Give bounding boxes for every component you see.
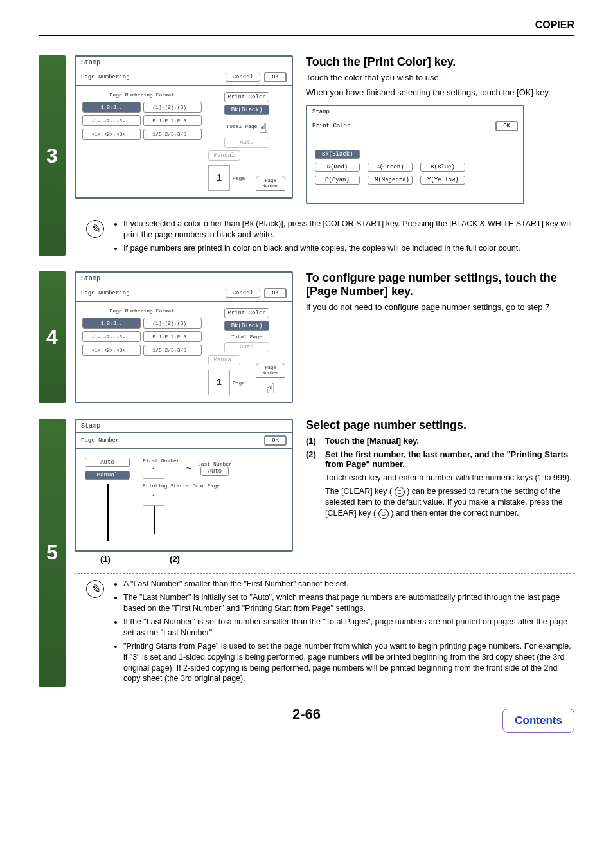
printing-starts-label: Printing Starts from Page	[143, 483, 283, 489]
step5-note2: The "Last Number" is initially set to "A…	[123, 592, 574, 614]
note-icon: ✎	[86, 220, 104, 238]
header-label: COPIER	[39, 19, 574, 36]
auto-tab[interactable]: Auto	[85, 458, 130, 467]
page-number-tab[interactable]: Page Number	[256, 176, 285, 191]
ok-button[interactable]: OK	[264, 435, 287, 446]
screen-subtitle: Page Numbering	[81, 74, 222, 80]
substep-1-text: Touch the [Manual] key.	[325, 436, 574, 446]
manual-button[interactable]: Manual	[208, 355, 240, 365]
callout-1: (1)	[75, 554, 136, 564]
page-numbering-screen-4: Stamp Page Numbering Cancel OK Page Numb…	[75, 271, 293, 403]
step-4: 4 Stamp Page Numbering Cancel OK Page Nu…	[39, 271, 574, 403]
page-number-screen-5: Stamp Page Number OK Auto Manual	[75, 419, 293, 552]
total-page-label: Total Page	[231, 334, 262, 339]
substep-2-idx: (2)	[306, 449, 325, 469]
ok-button[interactable]: OK	[264, 72, 287, 82]
cancel-button[interactable]: Cancel	[226, 73, 260, 82]
step-5: 5 Stamp Page Number OK Auto	[39, 419, 574, 687]
format-heading: Page Numbering Format	[82, 92, 202, 98]
format-2[interactable]: (1),(2),(3)..	[143, 102, 202, 113]
cursor-icon: ☝	[266, 381, 274, 398]
step5-heading: Select page number settings.	[306, 419, 574, 432]
screen-subtitle: Page Numbering	[81, 290, 222, 296]
step4-p1: If you do not need to configure page num…	[306, 302, 574, 313]
color-sub: Print Color	[312, 123, 495, 129]
color-r[interactable]: R(Red)	[315, 163, 360, 172]
color-b[interactable]: B(Blue)	[420, 163, 465, 172]
page-label: Page	[233, 176, 245, 181]
auto-button[interactable]: Auto	[224, 342, 269, 352]
total-page-label: Total Page	[226, 123, 257, 129]
step5-note1: A "Last Number" smaller than the "First …	[123, 579, 574, 590]
manual-tab[interactable]: Manual	[85, 471, 130, 480]
substep-2-text: Set the first number, the last number, a…	[325, 449, 574, 469]
step-number-5: 5	[39, 419, 66, 687]
format-6[interactable]: 1/5,2/5,3/5..	[143, 129, 202, 140]
dashed-rule	[75, 213, 574, 213]
page-number: 2-66	[39, 706, 574, 723]
step4-heading: To configure page number settings, touch…	[306, 271, 574, 298]
format-3[interactable]: -1-,-2-,-3-..	[82, 115, 141, 126]
format-1[interactable]: 1,2,3..	[82, 318, 141, 329]
first-number-label: First Number	[143, 458, 180, 464]
screen-subtitle: Page Number	[81, 437, 260, 444]
page-numbering-screen-3: Stamp Page Numbering Cancel OK Page Numb…	[75, 55, 293, 199]
format-1[interactable]: 1,2,3..	[82, 102, 141, 113]
page-count-box: 1	[208, 165, 230, 191]
substep-2-sub1: Touch each key and enter a number with t…	[325, 473, 574, 484]
step5-note4: "Printing Starts from Page" is used to s…	[123, 641, 574, 685]
color-bk[interactable]: Bk(Black)	[315, 150, 360, 159]
color-title: Stamp	[312, 109, 518, 115]
contents-link[interactable]: Contents	[502, 709, 574, 733]
format-2[interactable]: (1),(2),(3)..	[143, 318, 202, 329]
bk-black-value[interactable]: Bk(Black)	[224, 105, 269, 115]
step-3: 3 Stamp Page Numbering Cancel OK Page Nu…	[39, 55, 574, 256]
format-5[interactable]: <1>,<2>,<3>..	[82, 345, 141, 356]
format-6[interactable]: 1/5,2/5,3/5..	[143, 345, 202, 356]
last-number-value[interactable]: Auto	[200, 467, 229, 476]
format-5[interactable]: <1>,<2>,<3>..	[82, 129, 141, 140]
last-number-label: Last Number	[198, 461, 232, 467]
bk-black-value[interactable]: Bk(Black)	[224, 321, 269, 331]
tilde: ~	[186, 464, 191, 474]
step3-note2: If page numbers are printed in color on …	[123, 243, 574, 254]
screen-title: Stamp	[76, 420, 292, 433]
printing-starts-value[interactable]: 1	[143, 491, 164, 506]
color-m[interactable]: M(Magenta)	[368, 176, 413, 185]
substep-1-idx: (1)	[306, 436, 325, 446]
format-3[interactable]: -1-,-2-,-3-..	[82, 331, 141, 342]
page-count-box: 1	[208, 370, 230, 395]
auto-button[interactable]: Auto	[224, 138, 269, 148]
cancel-button[interactable]: Cancel	[226, 289, 260, 298]
substep-2-sub2: The [CLEAR] key ( C ) can be pressed to …	[325, 486, 574, 519]
first-number-value[interactable]: 1	[143, 464, 164, 479]
format-heading: Page Numbering Format	[82, 308, 202, 314]
color-g[interactable]: G(Green)	[368, 163, 413, 172]
clear-key-icon: C	[378, 509, 389, 519]
step-number-4: 4	[39, 271, 66, 403]
step3-note1: If you selected a color other than [Bk (…	[123, 219, 574, 240]
clear-key-icon: C	[395, 487, 405, 497]
ok-button[interactable]: OK	[264, 288, 287, 298]
step5-note3: If the "Last Number" is set to a number …	[123, 617, 574, 638]
callout-2: (2)	[136, 554, 213, 564]
step3-heading: Touch the [Print Color] key.	[306, 55, 574, 69]
cursor-icon: ☝	[258, 120, 267, 138]
format-4[interactable]: P.1,P.2,P.3..	[143, 115, 202, 126]
page-number-tab[interactable]: Page Number	[256, 363, 285, 378]
print-color-key[interactable]: Print Color	[224, 308, 269, 318]
color-y[interactable]: Y(Yellow)	[420, 176, 465, 185]
print-color-key[interactable]: Print Color	[224, 92, 269, 102]
dashed-rule	[75, 573, 574, 574]
format-4[interactable]: P.1,P.2,P.3..	[143, 331, 202, 342]
note-icon: ✎	[86, 580, 104, 598]
print-color-screen: Stamp Print Color OK Bk(Black) R(Red) G(…	[306, 105, 524, 204]
color-ok-button[interactable]: OK	[495, 121, 518, 131]
step3-p1: Touch the color that you wish to use.	[306, 73, 574, 84]
color-c[interactable]: C(Cyan)	[315, 176, 360, 185]
screen-title: Stamp	[76, 57, 292, 69]
manual-button[interactable]: Manual	[208, 150, 240, 161]
screen-title: Stamp	[76, 273, 292, 285]
step-number-3: 3	[39, 55, 66, 256]
page-label: Page	[233, 380, 245, 386]
